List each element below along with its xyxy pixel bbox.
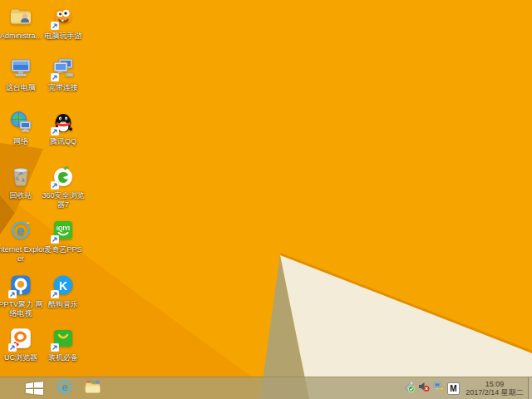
taskbar: e M 15:09 2017/2/14 星期二 <box>0 377 532 399</box>
iqiyi-icon: iQIYI <box>51 219 76 244</box>
desktop-icon-label: 宽带连接 <box>38 83 88 92</box>
shortcut-arrow-icon <box>8 290 17 298</box>
orange-monster-icon <box>51 5 76 30</box>
green-bag-icon <box>51 327 76 352</box>
tray-ime-indicator-icon[interactable]: M <box>447 382 460 395</box>
tray-network-status[interactable] <box>432 382 445 395</box>
system-tray: M <box>402 382 460 395</box>
desktop[interactable]: Administra...电脑玩手游这台电脑宽带连接网络腾讯QQ回收站360安全… <box>0 0 532 399</box>
show-desktop-button[interactable] <box>528 377 532 399</box>
clock-date: 2017/2/14 星期二 <box>463 388 526 397</box>
windows-logo-icon <box>26 382 43 395</box>
tray-usb-safely-remove[interactable] <box>402 382 415 395</box>
clock-time: 15:09 <box>463 380 526 389</box>
desktop-icon-label: 360安全浏览器7 <box>38 191 88 209</box>
svg-text:iQIYI: iQIYI <box>57 225 70 232</box>
taskbar-clock[interactable]: 15:09 2017/2/14 星期二 <box>463 380 526 397</box>
shortcut-arrow-icon <box>51 127 59 135</box>
volume-muted-icon <box>418 381 430 396</box>
network-status-icon <box>433 381 445 396</box>
desktop-icon-iqiyi-pps[interactable]: iQIYI爱奇艺PPS <box>38 219 88 254</box>
desktop-icon-label: 电脑玩手游 <box>38 32 88 41</box>
shortcut-arrow-icon <box>51 290 59 298</box>
folder-user-icon <box>8 5 33 30</box>
svg-text:e: e <box>17 223 24 239</box>
desktop-icon-kugou-music[interactable]: K酷狗音乐 <box>38 273 88 309</box>
qq-penguin-icon <box>51 111 76 135</box>
taskbar-button-internet-explorer[interactable]: e <box>50 377 78 399</box>
svg-text:K: K <box>59 279 67 293</box>
desktop-icon-label: 装机必备 <box>38 353 88 362</box>
file-explorer-icon <box>84 378 101 399</box>
desktop-icon-essential-software[interactable]: 装机必备 <box>38 327 88 362</box>
recycle-bin-icon <box>8 165 33 190</box>
start-button[interactable] <box>18 377 50 399</box>
shortcut-arrow-icon <box>51 22 59 30</box>
usb-safely-remove-icon <box>403 381 415 396</box>
shortcut-arrow-icon <box>51 73 59 81</box>
globe-computer-icon <box>8 111 33 135</box>
desktop-icon-360-safe-browser-7[interactable]: 360安全浏览器7 <box>38 165 88 209</box>
shortcut-arrow-icon <box>51 181 59 190</box>
shortcut-arrow-icon <box>8 343 17 352</box>
pptv-icon <box>8 273 33 298</box>
ie-icon: e <box>8 219 33 244</box>
desktop-icon-tencent-qq[interactable]: 腾讯QQ <box>38 111 88 146</box>
desktop-icon-label: 爱奇艺PPS <box>38 245 88 254</box>
desktop-icon-broadband-connection[interactable]: 宽带连接 <box>38 57 88 92</box>
desktop-icon-pc-play-mobile-games[interactable]: 电脑玩手游 <box>38 5 88 41</box>
kugou-icon: K <box>51 273 76 298</box>
browser-360-icon <box>51 165 76 190</box>
tray-volume-muted[interactable] <box>417 382 430 395</box>
broadband-icon <box>51 57 76 81</box>
svg-text:e: e <box>61 381 67 393</box>
taskbar-pinned-buttons: e <box>50 377 106 399</box>
shortcut-arrow-icon <box>51 235 59 244</box>
taskbar-button-file-explorer[interactable] <box>78 377 106 399</box>
uc-icon <box>8 327 33 352</box>
computer-icon <box>8 57 33 81</box>
shortcut-arrow-icon <box>51 343 59 352</box>
desktop-icon-label: 腾讯QQ <box>38 137 88 146</box>
internet-explorer-icon: e <box>56 378 73 399</box>
desktop-icon-label: 酷狗音乐 <box>38 300 88 309</box>
